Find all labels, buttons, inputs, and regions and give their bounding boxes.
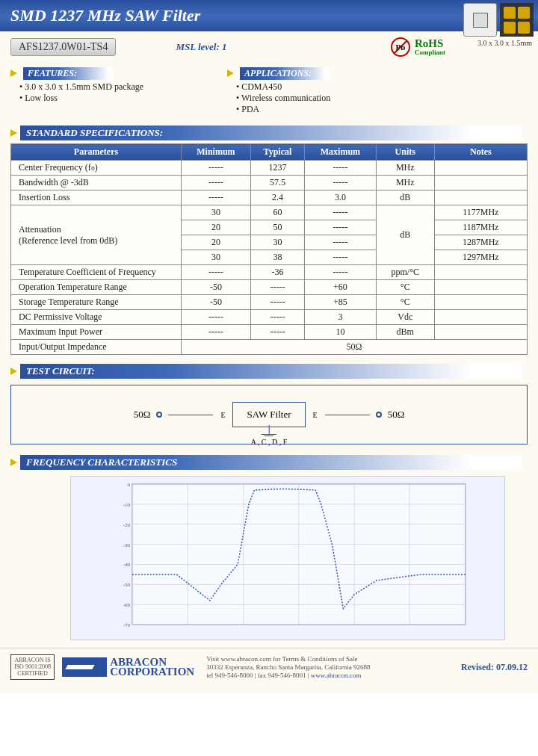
package-dimensions: 3.0 x 3.0 x 1.5mm: [477, 39, 532, 47]
arrow-icon: [10, 368, 17, 375]
list-item: Low loss: [19, 93, 205, 104]
package-images: [463, 3, 534, 37]
title: SMD 1237 MHz SAW Filter: [10, 6, 200, 25]
table-row: Insertion Loss-----2.43.0dB: [11, 190, 528, 205]
svg-text:-60: -60: [123, 602, 131, 607]
spec-table: Parameters Minimum Typical Maximum Units…: [10, 143, 528, 355]
applications-list: CDMA450Wireless communicationPDA: [227, 80, 330, 115]
list-item: 3.0 x 3.0 x 1.5mm SMD package: [19, 81, 205, 93]
list-item: PDA: [236, 104, 330, 115]
test-circuit-header: TEST CIRCUIT:: [20, 364, 522, 379]
table-row: DC Permissive Voltage----------3Vdc: [11, 310, 528, 325]
spec-header: STANDARD SPECIFICATIONS:: [20, 126, 522, 140]
list-item: CDMA450: [236, 81, 330, 93]
col-min: Minimum: [182, 144, 251, 161]
svg-text:-30: -30: [123, 542, 131, 548]
list-item: Wireless communication: [236, 93, 330, 104]
pb-free-icon: Pb: [391, 37, 410, 57]
svg-text:0: 0: [127, 482, 130, 487]
svg-text:-70: -70: [123, 622, 131, 628]
test-circuit-diagram: 50Ω E SAW Filter A , C , D , F E 50Ω: [10, 385, 528, 444]
ground-terminals: A , C , D , F: [251, 438, 288, 446]
col-units: Units: [376, 144, 434, 161]
rohs-label: RoHSCompliant: [415, 38, 445, 56]
table-row: Attenuation (Reference level from 0dB)30…: [11, 205, 528, 220]
footer: ABRACON IS ISO 9001:2008 CERTIFIED ABRAC…: [0, 648, 538, 686]
saw-filter-box: SAW Filter A , C , D , F: [232, 402, 305, 427]
website-link[interactable]: www.abracon.com: [311, 672, 361, 679]
company-logo: ABRACONCORPORATION: [62, 657, 194, 678]
arrow-icon: [227, 69, 234, 77]
col-typ: Typical: [250, 144, 304, 161]
right-impedance: 50Ω: [388, 409, 405, 421]
page-header: SMD 1237 MHz SAW Filter: [0, 0, 538, 31]
left-impedance: 50Ω: [134, 409, 151, 421]
part-number: AFS1237.0W01-TS4: [10, 38, 116, 56]
terminal-e: E: [219, 411, 226, 419]
svg-text:-40: -40: [123, 562, 131, 567]
frequency-response-chart: -70-60-50-40-30-20-100: [70, 476, 505, 640]
table-row: Operation Temperature Range-50-----+60°C: [11, 280, 528, 295]
msl-level: MSL level: 1: [176, 41, 226, 53]
features-list: 3.0 x 3.0 x 1.5mm SMD packageLow loss: [10, 80, 205, 104]
company-address: Visit www.abracon.com for Terms & Condit…: [206, 655, 454, 679]
table-row: Storage Temperature Range-50-----+85°C: [11, 295, 528, 310]
svg-text:-20: -20: [123, 522, 131, 527]
svg-text:-10: -10: [123, 502, 131, 507]
chip-top-icon: [463, 3, 497, 37]
iso-cert: ABRACON IS ISO 9001:2008 CERTIFIED: [10, 654, 55, 680]
svg-text:-50: -50: [123, 582, 131, 587]
chip-bottom-icon: [500, 3, 534, 37]
freq-char-header: FREQUENCY CHARACTERISTICS: [20, 455, 522, 470]
col-notes: Notes: [434, 144, 527, 161]
table-row: Temperature Coefficient of Frequency----…: [11, 265, 528, 280]
table-row: Maximum Input Power----------10dBm: [11, 325, 528, 340]
applications-header: APPLICATIONS:: [240, 67, 330, 80]
terminal-e: E: [312, 411, 319, 419]
arrow-icon: [10, 459, 17, 466]
table-row: Center Frequency (f₀)-----1237-----MHz: [11, 161, 528, 176]
arrow-icon: [10, 129, 17, 137]
port-icon: [156, 412, 162, 418]
table-row: Bandwidth @ -3dB-----57.5-----MHz: [11, 176, 528, 190]
revision-date: Revised: 07.09.12: [461, 662, 528, 673]
col-params: Parameters: [11, 144, 182, 161]
col-max: Maximum: [304, 144, 376, 161]
table-row: Input/Output Impedance50Ω: [11, 340, 528, 355]
arrow-icon: [10, 69, 17, 77]
features-header: FEATURES:: [23, 67, 113, 80]
logo-icon: [62, 657, 107, 677]
port-icon: [376, 412, 382, 418]
